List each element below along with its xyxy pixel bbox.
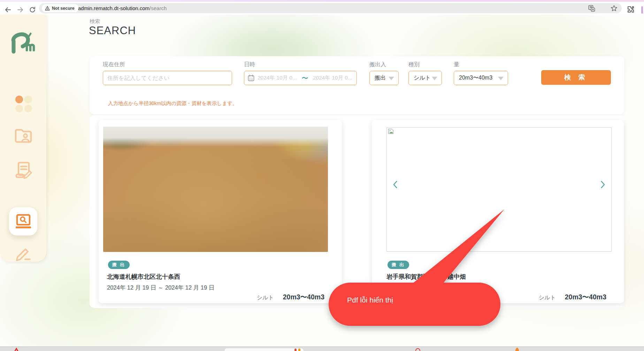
- page-content: 検索 SEARCH 現在住所 日時 2024年 10月 0... 〜 2024年…: [0, 15, 644, 347]
- address-label: 現在住所: [103, 61, 125, 68]
- url-host: admin.rematch.dt-solution.com: [78, 5, 150, 11]
- date-range-separator: 〜: [302, 74, 308, 82]
- result-card[interactable]: 搬 出 北海道札幌市北区北十条西 2024年 12 月 19 日 ～ 2024年…: [99, 120, 342, 303]
- category-select[interactable]: シルト: [408, 71, 442, 85]
- date-start-value[interactable]: 2024年 10月 0...: [258, 74, 297, 82]
- material-type: シルト: [539, 294, 556, 301]
- direction-select[interactable]: 搬出: [369, 71, 399, 85]
- result-title: 北海道札幌市北区北十条西: [107, 272, 180, 281]
- material-type: シルト: [257, 294, 274, 301]
- taskbar-search-box[interactable]: [224, 348, 304, 351]
- volume-label: 量: [454, 61, 459, 68]
- chevron-down-icon: [432, 77, 437, 80]
- taskbar-app-icon: [514, 348, 520, 351]
- screen: Not secure admin.rematch.dt-solution.com…: [0, 0, 644, 351]
- result-photo-soil-pile: [103, 127, 328, 252]
- grid-circles-icon: [13, 94, 33, 114]
- profile-accent: [641, 6, 643, 14]
- rematch-logo[interactable]: [0, 30, 46, 58]
- status-badge: 搬 出: [388, 261, 409, 269]
- datetime-label: 日時: [244, 61, 255, 68]
- page-title: SEARCH: [89, 24, 136, 37]
- reload-icon[interactable]: [27, 5, 38, 15]
- direction-label: 搬出入: [369, 61, 386, 68]
- category-label: 種別: [408, 61, 420, 68]
- material-volume: 20m3〜40m3: [565, 292, 606, 302]
- pen-icon: [15, 245, 32, 261]
- result-card[interactable]: 搬 出 岩手県和賀郡西和賀町越中畑 シルト 20m3〜40m3: [372, 120, 624, 303]
- taskbar-sliver: [0, 346, 644, 351]
- result-meta: シルト 20m3〜40m3: [257, 292, 324, 302]
- browser-toolbar: Not secure admin.rematch.dt-solution.com…: [0, 2, 644, 15]
- broken-image-placeholder: [386, 127, 612, 252]
- bookmark-star-icon[interactable]: [610, 4, 618, 13]
- url-bar[interactable]: Not secure admin.rematch.dt-solution.com…: [39, 3, 622, 13]
- search-submit-button[interactable]: 検 索: [541, 70, 611, 85]
- sidebar-item-search[interactable]: [9, 207, 37, 236]
- sidebar-item-register[interactable]: [0, 245, 46, 261]
- sidebar: [0, 15, 46, 262]
- document-edit-icon: [14, 161, 32, 179]
- status-badge: 搬 出: [108, 261, 130, 269]
- datetime-range-picker[interactable]: 2024年 10月 0... 〜 2024年 10月 0...: [244, 71, 357, 85]
- search-form-card: 現在住所 日時 2024年 10月 0... 〜 2024年 10月 0... …: [90, 56, 624, 114]
- url-path: /search: [150, 5, 167, 11]
- chevron-down-icon: [498, 77, 504, 80]
- address-input[interactable]: [103, 71, 232, 85]
- broken-image-icon: [388, 128, 394, 134]
- results-panel: 搬 出 北海道札幌市北区北十条西 2024年 12 月 19 日 ～ 2024年…: [90, 115, 624, 308]
- sidebar-item-documents[interactable]: [0, 161, 46, 179]
- calendar-icon: [248, 75, 254, 81]
- address-field-box: [103, 71, 232, 85]
- forward-icon[interactable]: [15, 5, 25, 15]
- taskbar-app-icon: [13, 347, 20, 351]
- extensions-puzzle-icon[interactable]: [626, 5, 635, 14]
- not-secure-label: Not secure: [52, 6, 75, 11]
- annotation-tooltip-text: Pdf lỗi hiển thị: [347, 296, 393, 304]
- chevron-down-icon: [389, 77, 394, 80]
- taskbar-app-icon: [415, 348, 420, 351]
- sidebar-item-dashboard[interactable]: [0, 94, 46, 114]
- url-text: admin.rematch.dt-solution.com/search: [78, 3, 167, 13]
- material-volume: 20m3〜40m3: [283, 292, 324, 302]
- carousel-next-icon[interactable]: [600, 180, 606, 189]
- result-meta: シルト 20m3〜40m3: [539, 292, 606, 302]
- date-end-value[interactable]: 2024年 10月 0...: [313, 74, 352, 82]
- translate-icon[interactable]: [588, 4, 596, 13]
- back-icon[interactable]: [3, 5, 13, 15]
- warning-icon: [45, 6, 50, 10]
- result-date-range: 2024年 12 月 19 日 ～ 2024年 12 月 19 日: [107, 284, 214, 292]
- taskbar-dot: [298, 349, 300, 351]
- result-title: 岩手県和賀郡西和賀町越中畑: [386, 272, 466, 281]
- sidebar-item-members[interactable]: [0, 128, 46, 143]
- carousel-prev-icon[interactable]: [392, 180, 398, 189]
- laptop-search-icon: [14, 213, 33, 230]
- volume-value: 20m3〜40m3: [454, 74, 492, 82]
- breadcrumb: 検索: [90, 18, 100, 25]
- not-secure-chip[interactable]: Not secure: [42, 4, 79, 12]
- direction-value: 搬出: [370, 74, 386, 82]
- folder-user-icon: [14, 128, 32, 143]
- search-helper-text: 入力地点から半径30km以内の資源・資材を表示します。: [108, 100, 237, 107]
- volume-select[interactable]: 20m3〜40m3: [454, 71, 508, 85]
- category-value: シルト: [409, 74, 431, 82]
- taskbar-dot: [294, 349, 297, 351]
